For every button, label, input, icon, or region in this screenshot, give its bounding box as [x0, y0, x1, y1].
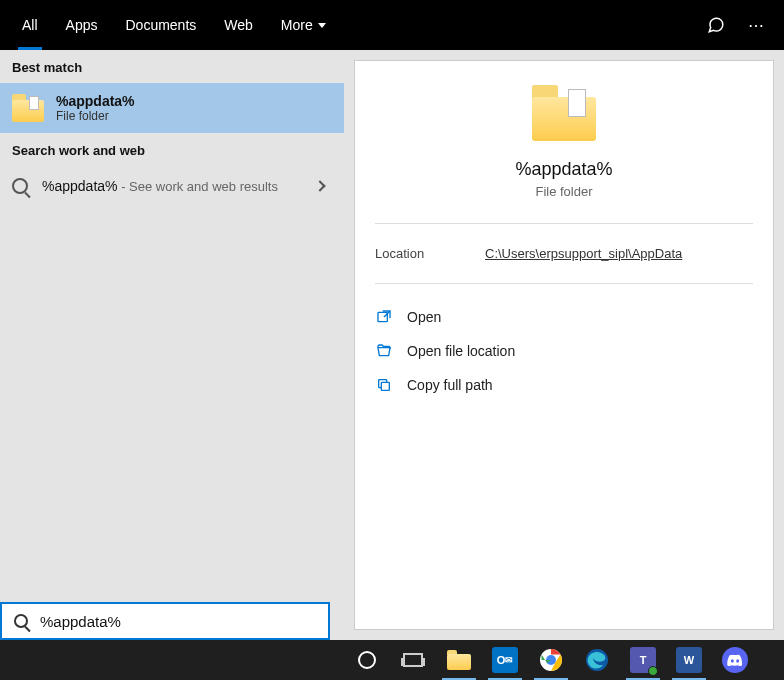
- taskbar-teams[interactable]: T: [620, 640, 666, 680]
- location-label: Location: [375, 246, 485, 261]
- word-icon: W: [676, 647, 702, 673]
- preview-card: %appdata% File folder Location C:\Users\…: [354, 60, 774, 630]
- svg-rect-1: [381, 382, 389, 390]
- chevron-right-icon: [314, 180, 325, 191]
- taskbar-edge[interactable]: [574, 640, 620, 680]
- open-icon: [375, 308, 393, 326]
- result-title: %appdata%: [56, 93, 135, 109]
- feedback-icon[interactable]: [696, 0, 736, 50]
- folder-icon: [532, 85, 596, 141]
- outlook-icon: O: [497, 654, 506, 666]
- tab-all[interactable]: All: [8, 0, 52, 50]
- best-match-header: Best match: [0, 50, 344, 83]
- more-options-icon[interactable]: ⋯: [736, 0, 776, 50]
- web-query: %appdata%: [42, 178, 118, 194]
- task-view-button[interactable]: [390, 640, 436, 680]
- action-label: Open: [407, 309, 441, 325]
- cortana-button[interactable]: [344, 640, 390, 680]
- search-tabs-bar: All Apps Documents Web More ⋯: [0, 0, 784, 50]
- web-result[interactable]: %appdata% - See work and web results: [0, 166, 344, 206]
- preview-subtitle: File folder: [535, 184, 592, 199]
- action-label: Copy full path: [407, 377, 493, 393]
- tab-web[interactable]: Web: [210, 0, 267, 50]
- best-match-result[interactable]: %appdata% File folder: [0, 83, 344, 133]
- search-box[interactable]: [0, 602, 330, 640]
- location-row: Location C:\Users\erpsupport_sipl\AppDat…: [375, 224, 753, 284]
- taskbar: O✉ T W: [0, 640, 784, 680]
- results-panel: Best match %appdata% File folder Search …: [0, 50, 344, 640]
- search-icon: [12, 178, 28, 194]
- web-hint: - See work and web results: [118, 179, 278, 194]
- taskbar-chrome[interactable]: [528, 640, 574, 680]
- svg-rect-0: [378, 312, 387, 321]
- tab-documents[interactable]: Documents: [111, 0, 210, 50]
- taskbar-discord[interactable]: [712, 640, 758, 680]
- action-open[interactable]: Open: [375, 300, 753, 334]
- action-label: Open file location: [407, 343, 515, 359]
- preview-panel-wrap: %appdata% File folder Location C:\Users\…: [344, 50, 784, 640]
- action-copy-path[interactable]: Copy full path: [375, 368, 753, 402]
- taskbar-outlook[interactable]: O✉: [482, 640, 528, 680]
- taskbar-word[interactable]: W: [666, 640, 712, 680]
- search-input[interactable]: [40, 613, 316, 630]
- folder-open-icon: [375, 342, 393, 360]
- tab-more[interactable]: More: [267, 0, 340, 50]
- location-value[interactable]: C:\Users\erpsupport_sipl\AppData: [485, 246, 682, 261]
- preview-title: %appdata%: [515, 159, 612, 180]
- tab-apps[interactable]: Apps: [52, 0, 112, 50]
- search-web-header: Search work and web: [0, 133, 344, 166]
- search-icon: [14, 614, 28, 628]
- result-subtitle: File folder: [56, 109, 135, 123]
- tab-more-label: More: [281, 17, 313, 33]
- action-open-location[interactable]: Open file location: [375, 334, 753, 368]
- taskbar-file-explorer[interactable]: [436, 640, 482, 680]
- chevron-down-icon: [318, 23, 326, 28]
- copy-icon: [375, 376, 393, 394]
- folder-icon: [12, 94, 44, 122]
